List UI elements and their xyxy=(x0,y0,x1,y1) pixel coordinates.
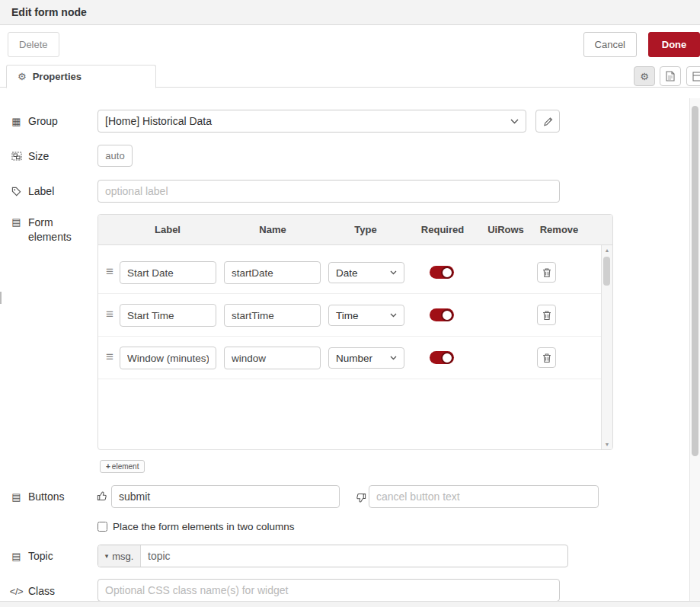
two-columns-label: Place the form elements in two columns xyxy=(113,521,295,532)
element-type-select[interactable]: Date xyxy=(328,262,404,283)
node-description-button[interactable] xyxy=(660,66,681,86)
column-header-uirows: UiRows xyxy=(487,224,524,235)
add-element-button[interactable]: +element xyxy=(100,460,145,473)
drag-handle-icon[interactable]: ≡ xyxy=(106,264,113,280)
topic-typed-input: ▾ msg. xyxy=(97,545,568,567)
code-icon: </> xyxy=(11,586,22,597)
tab-properties-label: Properties xyxy=(33,71,82,82)
chevron-down-icon xyxy=(390,270,397,275)
scroll-down-icon[interactable]: ▼ xyxy=(602,442,612,447)
label-field-label: Label xyxy=(11,185,54,197)
element-type-value: Date xyxy=(336,267,358,279)
chevron-down-icon xyxy=(390,356,397,360)
buttons-field-label: ▤ Buttons xyxy=(11,490,64,503)
toggle-knob xyxy=(441,352,453,364)
appearance-icon xyxy=(692,72,700,81)
form-elements-table: Label Name Type Required UiRows Remove ≡… xyxy=(97,214,613,450)
group-select-value: [Home] Historical Data xyxy=(105,115,212,127)
remove-element-button[interactable] xyxy=(537,305,556,325)
node-settings-button[interactable]: ⚙ xyxy=(634,66,655,86)
tasks-icon: ▤ xyxy=(11,551,22,562)
remove-element-button[interactable] xyxy=(537,347,556,368)
tray-footer xyxy=(0,601,700,607)
topic-input[interactable] xyxy=(141,545,567,567)
tray-resize-handle[interactable] xyxy=(0,292,2,304)
document-icon xyxy=(666,71,675,81)
element-name-input[interactable] xyxy=(224,347,321,369)
element-type-value: Number xyxy=(336,353,372,364)
trash-icon xyxy=(542,353,551,363)
chevron-down-icon xyxy=(390,313,397,318)
thumbs-down-icon xyxy=(355,492,366,503)
element-type-value: Time xyxy=(336,310,359,321)
drag-handle-icon[interactable]: ≡ xyxy=(106,350,113,365)
class-field-label: </> Class xyxy=(11,585,55,597)
pencil-icon xyxy=(543,117,553,126)
tab-properties[interactable]: ⚙ Properties xyxy=(6,65,156,88)
form-elements-list: ≡ Date ≡ Time ≡ xyxy=(98,245,612,449)
form-element-row: ≡ Date xyxy=(98,251,601,294)
toggle-knob xyxy=(441,309,453,321)
required-toggle[interactable] xyxy=(430,266,454,279)
object-group-icon xyxy=(11,152,22,161)
remove-element-button[interactable] xyxy=(537,262,556,283)
thumbs-up-icon xyxy=(97,490,108,502)
column-header-required: Required xyxy=(421,224,464,235)
required-toggle[interactable] xyxy=(430,308,454,321)
column-header-name: Name xyxy=(259,224,286,235)
table-icon: ▦ xyxy=(11,116,22,127)
main-scrollbar[interactable] xyxy=(689,98,700,607)
group-select[interactable]: [Home] Historical Data xyxy=(97,110,526,133)
form-elements-field-label: ▤ Form elements xyxy=(11,216,72,244)
list-icon: ▤ xyxy=(11,216,22,228)
class-input[interactable] xyxy=(97,579,560,602)
gear-icon: ⚙ xyxy=(18,71,27,82)
cancel-button[interactable]: Cancel xyxy=(583,32,637,57)
plus-icon: + xyxy=(106,462,110,471)
column-header-label: Label xyxy=(155,224,181,235)
dialog-title: Edit form node xyxy=(0,0,700,25)
form-elements-header: Label Name Type Required UiRows Remove xyxy=(98,215,612,245)
edit-group-button[interactable] xyxy=(535,110,560,133)
element-name-input[interactable] xyxy=(224,261,321,284)
trash-icon xyxy=(542,310,551,321)
element-label-input[interactable] xyxy=(120,347,216,369)
drag-handle-icon[interactable]: ≡ xyxy=(106,307,113,322)
topic-field-label: ▤ Topic xyxy=(11,550,53,562)
toggle-knob xyxy=(441,267,453,279)
caret-down-icon: ▾ xyxy=(105,552,109,560)
size-field-label: Size xyxy=(11,150,49,162)
done-button[interactable]: Done xyxy=(648,32,700,57)
required-toggle[interactable] xyxy=(430,351,454,364)
trash-icon xyxy=(542,267,551,278)
element-name-input[interactable] xyxy=(224,304,321,327)
form-element-row: ≡ Number xyxy=(98,337,601,379)
delete-button[interactable]: Delete xyxy=(8,32,59,57)
main-scrollbar-thumb[interactable] xyxy=(692,106,698,456)
size-button[interactable]: auto xyxy=(97,145,133,167)
element-type-select[interactable]: Number xyxy=(328,347,404,369)
column-header-type: Type xyxy=(354,224,376,235)
scroll-up-icon[interactable]: ▲ xyxy=(602,248,612,253)
two-columns-option: Place the form elements in two columns xyxy=(97,521,295,532)
tab-bar: ⚙ Properties xyxy=(0,65,700,88)
form-element-row: ≡ Time xyxy=(98,294,601,337)
gear-icon: ⚙ xyxy=(640,71,649,82)
topic-type-label: msg. xyxy=(112,551,133,562)
element-label-input[interactable] xyxy=(120,261,216,284)
column-header-remove: Remove xyxy=(540,224,579,235)
two-columns-checkbox[interactable] xyxy=(97,522,107,532)
table-scrollbar[interactable]: ▲ ▼ xyxy=(601,245,612,449)
cancel-button-text-input[interactable] xyxy=(369,485,599,508)
chevron-down-icon xyxy=(510,119,519,124)
label-input[interactable] xyxy=(97,180,560,203)
topic-type-button[interactable]: ▾ msg. xyxy=(98,545,141,567)
node-appearance-button[interactable] xyxy=(686,66,700,86)
element-label-input[interactable] xyxy=(120,304,216,327)
list-alt-icon: ▤ xyxy=(11,491,22,503)
element-type-select[interactable]: Time xyxy=(328,305,404,326)
table-scrollbar-thumb[interactable] xyxy=(603,257,610,286)
group-field-label: ▦ Group xyxy=(11,115,58,127)
submit-button-text-input[interactable] xyxy=(111,485,340,508)
tag-icon xyxy=(11,187,22,196)
